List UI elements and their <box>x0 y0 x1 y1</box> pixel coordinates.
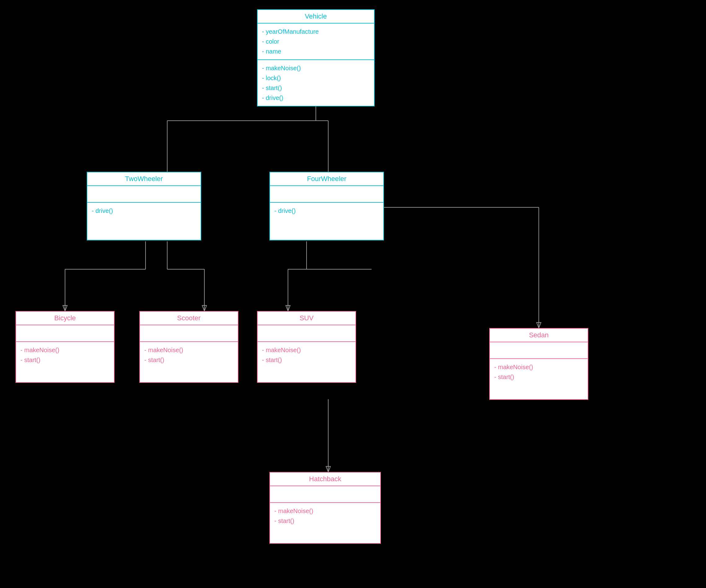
sedan-methods: - makeNoise() - start() <box>490 359 588 399</box>
hatchback-method-1: - makeNoise() <box>274 506 376 516</box>
sedan-empty <box>490 342 588 359</box>
suv-method-1: - makeNoise() <box>262 345 351 355</box>
fourwheeler-methods: - drive() <box>270 203 383 240</box>
svg-marker-18 <box>286 305 290 311</box>
vehicle-method-3: - start() <box>262 83 370 93</box>
bicycle-empty <box>16 325 114 342</box>
fourwheeler-class-header: FourWheeler <box>270 172 383 186</box>
vehicle-class: Vehicle - yearOfManufacture - color - na… <box>257 9 375 107</box>
twowheeler-methods: - drive() <box>87 203 201 240</box>
sedan-method-1: - makeNoise() <box>494 362 583 372</box>
hatchback-methods: - makeNoise() - start() <box>270 503 380 543</box>
twowheeler-empty <box>87 186 201 203</box>
bicycle-methods: - makeNoise() - start() <box>16 342 114 382</box>
vehicle-attr-3: - name <box>262 46 370 56</box>
bicycle-method-2: - start() <box>21 355 110 365</box>
fourwheeler-class: FourWheeler - drive() <box>269 172 384 241</box>
suv-methods: - makeNoise() - start() <box>258 342 355 382</box>
fourwheeler-method-1: - drive() <box>274 206 379 216</box>
svg-marker-22 <box>537 323 541 328</box>
sedan-class: Sedan - makeNoise() - start() <box>489 328 588 400</box>
sedan-method-2: - start() <box>494 372 583 382</box>
bicycle-class-header: Bicycle <box>16 312 114 325</box>
scooter-methods: - makeNoise() - start() <box>140 342 238 382</box>
vehicle-method-4: - drive() <box>262 93 370 103</box>
suv-class: SUV - makeNoise() - start() <box>257 311 356 383</box>
hatchback-class: Hatchback - makeNoise() - start() <box>269 472 381 544</box>
hatchback-class-header: Hatchback <box>270 472 380 486</box>
scooter-class: Scooter - makeNoise() - start() <box>139 311 238 383</box>
twowheeler-method-1: - drive() <box>92 206 196 216</box>
svg-marker-14 <box>202 305 206 311</box>
svg-marker-10 <box>63 305 67 311</box>
suv-empty <box>258 325 355 342</box>
vehicle-method-1: - makeNoise() <box>262 63 370 73</box>
vehicle-method-2: - lock() <box>262 73 370 83</box>
scooter-method-2: - start() <box>144 355 233 365</box>
hatchback-method-2: - start() <box>274 516 376 526</box>
scooter-class-header: Scooter <box>140 312 238 325</box>
twowheeler-class: TwoWheeler - drive() <box>87 172 201 241</box>
vehicle-class-header: Vehicle <box>258 10 374 24</box>
twowheeler-class-header: TwoWheeler <box>87 172 201 186</box>
bicycle-method-1: - makeNoise() <box>21 345 110 355</box>
scooter-method-1: - makeNoise() <box>144 345 233 355</box>
bicycle-class: Bicycle - makeNoise() - start() <box>15 311 115 383</box>
vehicle-attr-2: - color <box>262 37 370 46</box>
suv-class-header: SUV <box>258 312 355 325</box>
suv-method-2: - start() <box>262 355 351 365</box>
scooter-empty <box>140 325 238 342</box>
sedan-class-header: Sedan <box>490 329 588 342</box>
fourwheeler-empty <box>270 186 383 203</box>
svg-marker-24 <box>326 466 330 472</box>
vehicle-attr-1: - yearOfManufacture <box>262 27 370 37</box>
vehicle-attributes: - yearOfManufacture - color - name <box>258 24 374 60</box>
hatchback-empty <box>270 486 380 503</box>
vehicle-methods: - makeNoise() - lock() - start() - drive… <box>258 60 374 106</box>
